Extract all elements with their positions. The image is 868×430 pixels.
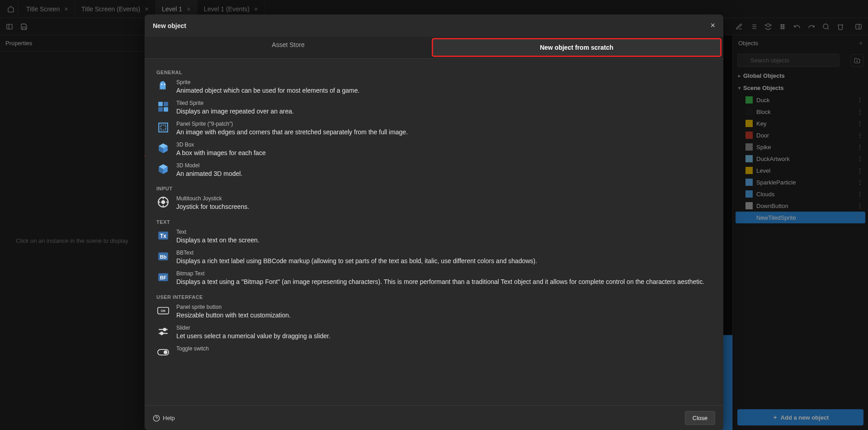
object-type-row[interactable]: 3D ModelAn animated 3D model. [156,161,712,182]
object-type-description: Animated object which can be used for mo… [176,86,712,95]
svg-rect-21 [161,125,166,130]
dialog-close-button[interactable]: × [710,21,715,30]
panel-icon [156,121,170,134]
object-type-name: Panel sprite button [176,304,712,310]
object-type-row[interactable]: BbBBTextDisplays a rich text label using… [156,248,712,269]
category-header: TEXT [156,219,712,225]
bitmaptext-icon: BF [156,270,170,284]
tab-new-from-scratch[interactable]: New object from scratch [432,38,722,57]
object-type-row[interactable]: 3D BoxA box with images for each face [156,140,712,161]
object-type-name: Toggle switch [176,345,712,352]
bbtext-icon: Bb [156,250,170,263]
object-type-row[interactable]: OKPanel sprite buttonResizable button wi… [156,302,712,323]
object-type-name: Multitouch Joystick [176,195,712,202]
object-type-row[interactable]: Multitouch JoystickJoystick for touchscr… [156,194,712,215]
object-type-description: An image with edges and corners that are… [176,128,712,137]
object-type-row[interactable]: SpriteAnimated object which can be used … [156,78,712,99]
svg-rect-20 [159,123,168,132]
svg-rect-17 [164,102,168,106]
dialog-title: New object [153,22,186,29]
object-type-description: A box with images for each face [176,149,712,157]
help-icon [153,415,160,422]
slider-icon [156,325,170,338]
dialog-tab-bar: Asset Store New object from scratch [145,37,723,59]
object-type-description: Resizable button with text customization… [176,311,712,320]
svg-text:OK: OK [161,309,166,313]
svg-point-39 [160,332,163,335]
svg-point-37 [164,328,166,331]
object-type-name: Sprite [176,79,712,85]
object-type-row[interactable]: Toggle switch [156,344,712,363]
cube-icon [156,142,170,155]
object-type-description: Let users select a numerical value by dr… [176,332,712,340]
dialog-body: GENERALSpriteAnimated object which can b… [145,59,723,405]
ghost-icon [156,79,170,93]
object-type-description: Joystick for touchscreens. [176,203,712,211]
object-type-row[interactable]: Panel Sprite ("9-patch")An image with ed… [156,119,712,140]
svg-point-14 [161,84,162,85]
new-object-dialog: New object × Asset Store New object from… [145,14,723,430]
object-type-description: Displays a rich text label using BBCode … [176,257,712,265]
toggle-icon [156,345,170,359]
object-type-name: Bitmap Text [176,270,712,277]
svg-point-41 [164,350,168,354]
okbutton-icon: OK [156,304,170,317]
object-type-row[interactable]: TxTextDisplays a text on the screen. [156,227,712,248]
svg-point-23 [162,201,165,204]
object-type-name: Tiled Sprite [176,100,712,106]
object-type-description: An animated 3D model. [176,170,712,178]
cube2-icon [156,162,170,176]
svg-rect-16 [158,102,163,106]
category-header: INPUT [156,186,712,191]
object-type-name: Panel Sprite ("9-patch") [176,121,712,127]
category-header: GENERAL [156,70,712,75]
svg-text:Bb: Bb [160,255,167,260]
object-type-row[interactable]: BFBitmap TextDisplays a text using a "Bi… [156,269,712,290]
annotation-arrow [145,149,150,164]
object-type-description: Displays a text on the screen. [176,236,712,245]
joystick-icon [156,195,170,209]
svg-point-15 [164,84,165,85]
object-type-name: BBText [176,250,712,256]
object-type-name: Text [176,229,712,235]
svg-rect-18 [158,107,163,112]
dialog-close-footer-button[interactable]: Close [685,411,715,425]
svg-text:BF: BF [160,275,167,281]
help-link[interactable]: Help [153,415,175,422]
object-type-name: 3D Box [176,142,712,148]
object-type-row[interactable]: Tiled SpriteDisplays an image repeated o… [156,99,712,119]
tab-asset-store[interactable]: Asset Store [145,37,432,58]
svg-rect-19 [164,107,168,112]
object-type-row[interactable]: SliderLet users select a numerical value… [156,323,712,344]
category-header: USER INTERFACE [156,294,712,300]
object-type-name: Slider [176,325,712,331]
object-type-name: 3D Model [176,162,712,169]
svg-text:Tx: Tx [160,233,166,240]
object-type-description: Displays a text using a "Bitmap Font" (a… [176,278,712,286]
text-icon: Tx [156,229,170,242]
tiles-icon [156,100,170,113]
object-type-description: Displays an image repeated over an area. [176,107,712,116]
